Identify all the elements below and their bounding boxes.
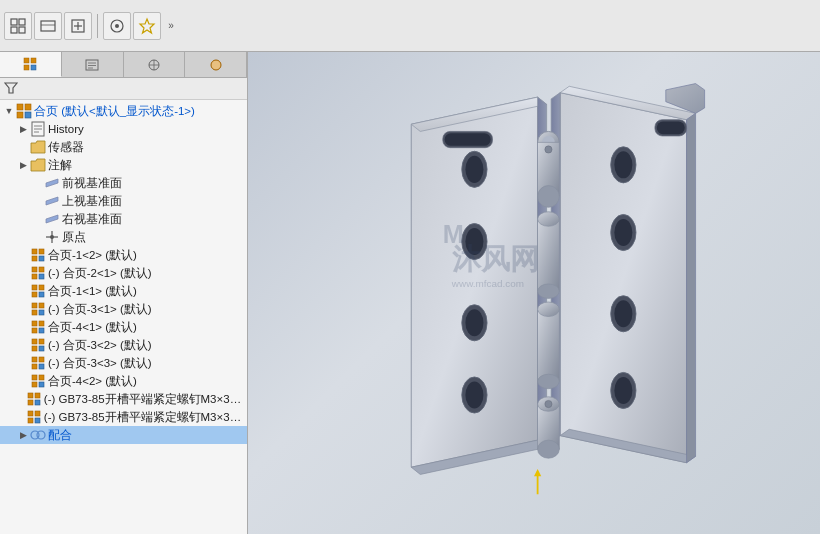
toolbar-btn-view[interactable] bbox=[34, 12, 62, 40]
tree-item-hinge2-1[interactable]: (-) 合页-2<1> (默认) bbox=[0, 264, 247, 282]
tree-expand-icon-mate[interactable]: ▶ bbox=[16, 428, 30, 442]
svg-marker-100 bbox=[687, 113, 696, 462]
tree-node-icon-hinge4-2 bbox=[30, 373, 46, 389]
svg-rect-95 bbox=[445, 133, 491, 146]
svg-rect-52 bbox=[39, 303, 44, 308]
tree-expand-icon-annotation[interactable]: ▶ bbox=[16, 158, 30, 172]
svg-rect-74 bbox=[35, 400, 40, 405]
tree-item-top-plane[interactable]: 上视基准面 bbox=[0, 192, 247, 210]
toolbar-more-btn[interactable]: » bbox=[163, 12, 179, 40]
svg-point-93 bbox=[465, 381, 483, 408]
tree-node-icon-hinge4-1 bbox=[30, 319, 46, 335]
tree-label-sensor: 传感器 bbox=[48, 140, 84, 155]
tree-label-hinge3-1: (-) 合页-3<1> (默认) bbox=[48, 302, 152, 317]
tab-feature[interactable] bbox=[0, 52, 62, 77]
svg-rect-67 bbox=[32, 375, 37, 380]
tree-label-hinge1-1: 合页-1<1> (默认) bbox=[48, 284, 137, 299]
model-area: 沐风网 M www.mfcad.com bbox=[248, 52, 820, 534]
svg-rect-43 bbox=[32, 267, 37, 272]
svg-rect-0 bbox=[11, 19, 17, 25]
tree-root[interactable]: ▼ 合页 (默认<默认_显示状态-1>) bbox=[0, 102, 247, 120]
svg-rect-78 bbox=[35, 418, 40, 423]
tree-label-hinge3-3: (-) 合页-3<3> (默认) bbox=[48, 356, 152, 371]
tree-expand-icon-hinge1-1 bbox=[16, 284, 30, 298]
tree-expand-icon-screw1 bbox=[14, 392, 26, 406]
tree-node-icon-hinge3-3 bbox=[30, 355, 46, 371]
tree-item-origin[interactable]: 原点 bbox=[0, 228, 247, 246]
tree-item-screw1[interactable]: (-) GB73-85开槽平端紧定螺钉M3×3<1> (默认 bbox=[0, 390, 247, 408]
toolbar-btn-tools[interactable] bbox=[103, 12, 131, 40]
svg-rect-25 bbox=[17, 104, 23, 110]
svg-rect-40 bbox=[39, 249, 44, 254]
main-area: ▼ 合页 (默认<默认_显示状态-1>) ▶History传感器▶注解前视基准面… bbox=[0, 52, 820, 534]
tree-item-hinge1-1[interactable]: 合页-1<1> (默认) bbox=[0, 282, 247, 300]
tab-display[interactable] bbox=[185, 52, 247, 77]
tree-label-hinge1-2: 合页-1<2> (默认) bbox=[48, 248, 137, 263]
svg-rect-41 bbox=[32, 256, 37, 261]
tree-label-screw2: (-) GB73-85开槽平端紧定螺钉M3×3<2> (默认 bbox=[44, 410, 245, 425]
tree-item-mate[interactable]: ▶配合 bbox=[0, 426, 247, 444]
svg-rect-51 bbox=[32, 303, 37, 308]
tree-label-history: History bbox=[48, 123, 84, 135]
tree-item-hinge4-2[interactable]: 合页-4<2> (默认) bbox=[0, 372, 247, 390]
svg-rect-60 bbox=[39, 339, 44, 344]
tree-item-right-plane[interactable]: 右视基准面 bbox=[0, 210, 247, 228]
tree-node-icon-history bbox=[30, 121, 46, 137]
tree-label-origin: 原点 bbox=[62, 230, 86, 245]
root-expand-icon: ▼ bbox=[2, 104, 16, 118]
svg-rect-61 bbox=[32, 346, 37, 351]
svg-text:沐风网: 沐风网 bbox=[452, 243, 539, 275]
toolbar-btn-star[interactable] bbox=[133, 12, 161, 40]
svg-marker-24 bbox=[5, 83, 17, 93]
tree-expand-icon-right-plane bbox=[30, 212, 44, 226]
tree-item-front-plane[interactable]: 前视基准面 bbox=[0, 174, 247, 192]
svg-point-91 bbox=[465, 309, 483, 336]
tree-node-icon-right-plane bbox=[44, 211, 60, 227]
tab-config[interactable] bbox=[124, 52, 186, 77]
toolbar-btn-insert[interactable] bbox=[64, 12, 92, 40]
tree-node-icon-hinge2-1 bbox=[30, 265, 46, 281]
tree-item-hinge3-3[interactable]: (-) 合页-3<3> (默认) bbox=[0, 354, 247, 372]
tree-node-icon-screw1 bbox=[26, 391, 42, 407]
svg-rect-56 bbox=[39, 321, 44, 326]
svg-rect-12 bbox=[24, 58, 29, 63]
svg-rect-47 bbox=[32, 285, 37, 290]
tree-expand-icon-hinge1-2 bbox=[16, 248, 30, 262]
assembly-icon bbox=[16, 103, 32, 119]
svg-point-117 bbox=[538, 284, 560, 298]
svg-rect-66 bbox=[39, 364, 44, 369]
tree-item-hinge1-2[interactable]: 合页-1<2> (默认) bbox=[0, 246, 247, 264]
tree-expand-icon-hinge4-2 bbox=[16, 374, 30, 388]
svg-marker-35 bbox=[46, 215, 58, 223]
tree-item-sensor[interactable]: 传感器 bbox=[0, 138, 247, 156]
toolbar-btn-assembly[interactable] bbox=[4, 12, 32, 40]
tree-item-hinge3-2[interactable]: (-) 合页-3<2> (默认) bbox=[0, 336, 247, 354]
tree-item-screw2[interactable]: (-) GB73-85开槽平端紧定螺钉M3×3<2> (默认 bbox=[0, 408, 247, 426]
tree-expand-icon-sensor bbox=[16, 140, 30, 154]
tree-node-icon-hinge1-1 bbox=[30, 283, 46, 299]
tree-item-hinge3-1[interactable]: (-) 合页-3<1> (默认) bbox=[0, 300, 247, 318]
svg-rect-55 bbox=[32, 321, 37, 326]
tree-expand-icon-history[interactable]: ▶ bbox=[16, 122, 30, 136]
svg-point-123 bbox=[538, 440, 560, 458]
tree-item-history[interactable]: ▶History bbox=[0, 120, 247, 138]
tree-expand-icon-hinge3-2 bbox=[16, 338, 30, 352]
svg-rect-54 bbox=[39, 310, 44, 315]
viewport[interactable]: 沐风网 M www.mfcad.com bbox=[248, 52, 820, 534]
tree-item-hinge4-1[interactable]: 合页-4<1> (默认) bbox=[0, 318, 247, 336]
svg-rect-72 bbox=[35, 393, 40, 398]
tree-item-annotation[interactable]: ▶注解 bbox=[0, 156, 247, 174]
svg-rect-4 bbox=[41, 21, 55, 31]
tab-property[interactable] bbox=[62, 52, 124, 77]
svg-point-10 bbox=[115, 24, 119, 28]
svg-marker-34 bbox=[46, 197, 58, 205]
svg-rect-46 bbox=[39, 274, 44, 279]
tree-label-top-plane: 上视基准面 bbox=[62, 194, 122, 209]
svg-point-125 bbox=[545, 400, 552, 407]
tree-node-icon-mate bbox=[30, 427, 46, 443]
tree-label-hinge3-2: (-) 合页-3<2> (默认) bbox=[48, 338, 152, 353]
tree-node-icon-hinge3-2 bbox=[30, 337, 46, 353]
tree-label-screw1: (-) GB73-85开槽平端紧定螺钉M3×3<1> (默认 bbox=[44, 392, 245, 407]
svg-rect-2 bbox=[11, 27, 17, 33]
tree-expand-icon-top-plane bbox=[30, 194, 44, 208]
